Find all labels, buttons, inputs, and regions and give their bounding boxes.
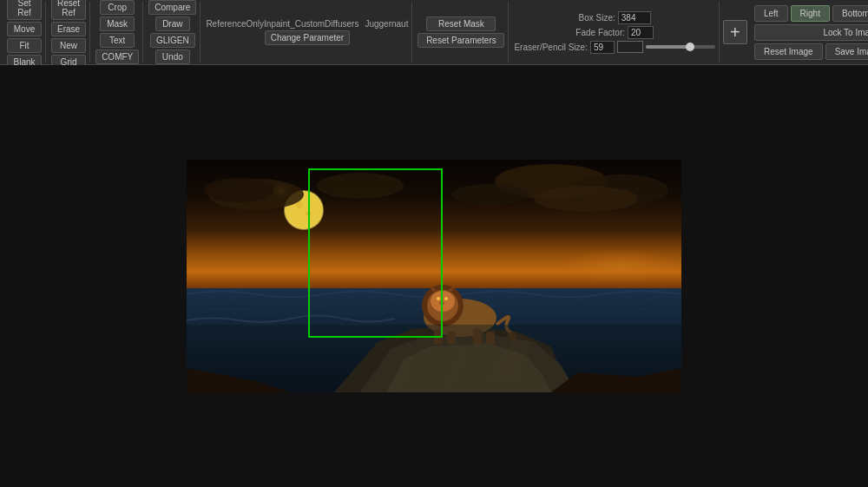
lock-to-image-button[interactable]: Lock To Image — [754, 24, 868, 41]
new-button[interactable]: New — [51, 38, 86, 53]
svg-point-9 — [317, 173, 404, 199]
image-container — [187, 160, 681, 392]
svg-point-28 — [437, 297, 440, 300]
reset-group: Reset Mask Reset Parameters — [414, 2, 509, 63]
draw-button[interactable]: Draw — [155, 16, 190, 31]
model-label: ReferenceOnlyInpaint_CustomDiffusers — [206, 19, 358, 29]
svg-point-12 — [534, 186, 638, 212]
set-ref-button[interactable]: Set Ref — [7, 0, 42, 20]
svg-point-29 — [444, 297, 448, 300]
plus-group: + — [721, 2, 749, 63]
fade-factor-input[interactable] — [628, 26, 654, 39]
sampler-label: Juggernaut — [365, 19, 408, 29]
svg-point-27 — [431, 291, 455, 312]
svg-point-13 — [451, 184, 529, 205]
bottom-button[interactable]: Bottom — [832, 5, 868, 22]
compare-button[interactable]: Compare — [148, 0, 196, 15]
fit-button[interactable]: Fit — [7, 38, 42, 53]
svg-point-30 — [439, 301, 444, 305]
reset-parameters-button[interactable]: Reset Parameters — [418, 33, 504, 48]
plus-button[interactable]: + — [723, 20, 747, 44]
svg-point-8 — [204, 178, 273, 202]
eraser-pencil-input[interactable] — [590, 41, 615, 54]
canvas-area — [0, 65, 868, 487]
pencil-size-slider[interactable] — [646, 45, 715, 49]
size-group: Box Size: Fade Factor: Eraser/Pencil Siz… — [510, 2, 719, 63]
text-button[interactable]: Text — [100, 33, 135, 48]
erase-button[interactable]: Erase — [51, 22, 86, 36]
eraser-pencil-label: Eraser/Pencil Size: — [514, 43, 587, 52]
toolbar-group-3: Crop Mask Text COMFY — [92, 2, 143, 63]
crop-button[interactable]: Crop — [100, 0, 135, 15]
box-size-input[interactable] — [618, 11, 651, 24]
box-size-label: Box Size: — [579, 13, 615, 23]
lion-image[interactable] — [187, 160, 681, 392]
reset-image-button[interactable]: Reset Image — [754, 43, 823, 60]
toolbar-group-2: Reset Ref Erase New Grid — [48, 2, 90, 63]
left-button[interactable]: Left — [754, 5, 788, 22]
fade-factor-label: Fade Factor: — [575, 28, 625, 37]
toolbar-group-1: Set Ref Move Fit Blank — [3, 2, 46, 63]
right-controls: Left Right Bottom Top Lock To Image Rese… — [751, 2, 868, 63]
svg-point-6 — [306, 211, 311, 216]
move-button[interactable]: Move — [7, 22, 42, 36]
right-button[interactable]: Right — [791, 5, 830, 22]
reset-mask-button[interactable]: Reset Mask — [426, 16, 496, 31]
reset-ref-button[interactable]: Reset Ref — [51, 0, 86, 20]
change-parameter-button[interactable]: Change Parameter — [265, 30, 351, 45]
toolbar-group-4: Compare Draw GLIGEN Undo — [145, 2, 201, 63]
comfy-button[interactable]: COMFY — [95, 49, 139, 64]
color-swatch[interactable] — [617, 41, 643, 53]
gligen-button[interactable]: GLIGEN — [150, 33, 195, 48]
mask-button[interactable]: Mask — [100, 16, 135, 31]
main-toolbar: Set Ref Move Fit Blank Reset Ref Erase N… — [0, 0, 868, 65]
scene-svg — [187, 160, 681, 392]
save-image-button[interactable]: Save Image — [825, 43, 868, 60]
model-sampler-group: ReferenceOnlyInpaint_CustomDiffusers Jug… — [202, 2, 412, 63]
undo-button[interactable]: Undo — [155, 49, 190, 64]
